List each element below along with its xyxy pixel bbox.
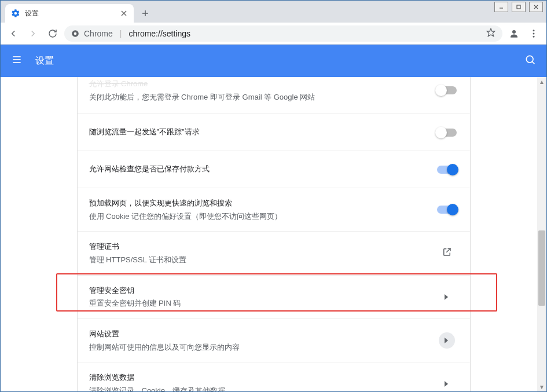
- back-button[interactable]: [5, 25, 21, 42]
- svg-point-9: [74, 32, 77, 35]
- row-title: 清除浏览数据: [89, 372, 435, 384]
- row-subtitle: 重置安全密钥并创建 PIN 码: [89, 298, 435, 309]
- toggle-allow-signin[interactable]: [437, 86, 457, 94]
- svg-point-12: [533, 30, 535, 31]
- row-preload-pages[interactable]: 预加载网页，以便实现更快速的浏览和搜索 使用 Cookie 记住您的偏好设置（即…: [78, 188, 470, 231]
- row-manage-certificates[interactable]: 管理证书 管理 HTTPS/SSL 证书和设置: [78, 231, 470, 274]
- profile-button[interactable]: [506, 25, 522, 42]
- maximize-button[interactable]: [512, 2, 526, 12]
- window-controls: [494, 2, 543, 12]
- row-subtitle: 控制网站可使用的信息以及可向您显示的内容: [89, 342, 435, 353]
- bookmark-star-icon[interactable]: [486, 28, 495, 39]
- url-scheme: Chrome: [84, 29, 113, 38]
- address-bar[interactable]: Chrome | chrome://settings: [64, 25, 502, 42]
- row-allow-chrome-signin[interactable]: 允许登录 Chrome 关闭此功能后，您无需登录 Chrome 即可登录 Gma…: [78, 77, 470, 113]
- row-title: 预加载网页，以便实现更快速的浏览和搜索: [89, 197, 435, 210]
- row-payment-check[interactable]: 允许网站检查您是否已保存付款方式: [78, 151, 470, 188]
- browser-tab-settings[interactable]: 设置: [5, 4, 134, 23]
- tab-strip: 设置: [1, 1, 546, 23]
- svg-line-19: [532, 61, 534, 64]
- toggle-payment[interactable]: [437, 166, 457, 174]
- toggle-dnt[interactable]: [437, 129, 457, 137]
- settings-appbar: 设置: [1, 45, 546, 77]
- privacy-settings-card: 允许登录 Chrome 关闭此功能后，您无需登录 Chrome 即可登录 Gma…: [77, 77, 471, 391]
- chrome-icon: [71, 30, 79, 38]
- reload-button[interactable]: [45, 25, 61, 42]
- scrollbar-thumb[interactable]: [538, 230, 545, 306]
- appbar-title: 设置: [35, 55, 54, 67]
- row-title: 随浏览流量一起发送"不跟踪"请求: [89, 126, 435, 138]
- tab-title: 设置: [25, 9, 120, 19]
- row-subtitle: 关闭此功能后，您无需登录 Chrome 即可登录 Gmail 等 Google …: [89, 91, 435, 103]
- open-external-icon: [442, 247, 452, 259]
- svg-point-18: [526, 56, 533, 63]
- chevron-right-icon: [445, 294, 449, 300]
- gear-icon: [11, 9, 20, 18]
- svg-point-13: [533, 32, 535, 34]
- row-title: 网站设置: [89, 328, 435, 340]
- row-title: 允许网站检查您是否已保存付款方式: [89, 163, 435, 175]
- svg-point-14: [533, 35, 535, 37]
- svg-point-11: [512, 30, 516, 34]
- window-frame: 设置 Chrome | chrome://settings: [0, 0, 547, 392]
- url-path: chrome://settings: [129, 29, 190, 38]
- row-clear-browsing-data[interactable]: 清除浏览数据 清除浏览记录、Cookie、缓存及其他数据: [78, 362, 470, 391]
- row-subtitle: 清除浏览记录、Cookie、缓存及其他数据: [89, 385, 435, 391]
- row-title: 管理安全密钥: [89, 285, 435, 297]
- scroll-up-icon[interactable]: ▲: [537, 77, 546, 86]
- menu-button[interactable]: [526, 25, 542, 42]
- row-do-not-track[interactable]: 随浏览流量一起发送"不跟踪"请求: [78, 113, 470, 151]
- hamburger-icon[interactable]: [11, 54, 23, 68]
- chevron-right-icon: [445, 381, 449, 387]
- content-area: 允许登录 Chrome 关闭此功能后，您无需登录 Chrome 即可登录 Gma…: [1, 77, 546, 391]
- row-site-settings[interactable]: 网站设置 控制网站可使用的信息以及可向您显示的内容: [78, 318, 470, 362]
- svg-rect-1: [517, 5, 520, 9]
- browser-toolbar: Chrome | chrome://settings: [1, 23, 546, 45]
- scroll-down-icon[interactable]: ▼: [537, 382, 546, 391]
- minimize-button[interactable]: [494, 2, 508, 12]
- svg-marker-10: [487, 28, 494, 36]
- forward-button[interactable]: [25, 25, 41, 42]
- new-tab-button[interactable]: [137, 5, 153, 21]
- row-manage-security-keys[interactable]: 管理安全密钥 重置安全密钥并创建 PIN 码: [78, 275, 470, 318]
- scrollbar[interactable]: ▲ ▼: [537, 77, 546, 391]
- row-subtitle: 管理 HTTPS/SSL 证书和设置: [89, 254, 435, 266]
- close-window-button[interactable]: [529, 2, 543, 12]
- row-subtitle: 使用 Cookie 记住您的偏好设置（即使您不访问这些网页）: [89, 211, 435, 222]
- close-tab-icon[interactable]: [120, 9, 128, 17]
- chevron-right-icon: [439, 332, 455, 349]
- search-icon[interactable]: [524, 54, 536, 68]
- row-title: 管理证书: [89, 241, 435, 253]
- toggle-preload[interactable]: [437, 206, 457, 214]
